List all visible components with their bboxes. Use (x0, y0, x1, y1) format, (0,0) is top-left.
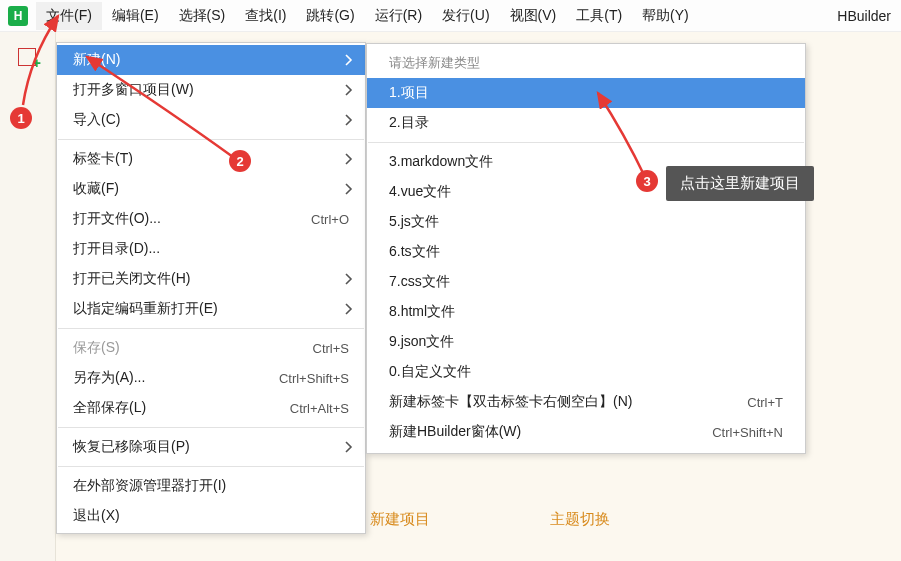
file-menu-item[interactable]: 在外部资源管理器打开(I) (57, 471, 365, 501)
menu-separator (368, 142, 804, 143)
menu-帮助[interactable]: 帮助(Y) (632, 2, 699, 30)
welcome-links: 新建项目 主题切换 (370, 510, 610, 529)
welcome-link-theme[interactable]: 主题切换 (550, 510, 610, 529)
menu-工具[interactable]: 工具(T) (566, 2, 632, 30)
menu-item-label: 5.js文件 (389, 213, 439, 231)
new-submenu-item[interactable]: 7.css文件 (367, 267, 805, 297)
menu-item-label: 新建标签卡【双击标签卡右侧空白】(N) (389, 393, 632, 411)
new-submenu-item[interactable]: 9.json文件 (367, 327, 805, 357)
app-logo-icon: H (8, 6, 28, 26)
menu-shortcut: Ctrl+O (311, 212, 349, 227)
menu-item-label: 恢复已移除项目(P) (73, 438, 349, 456)
menu-item-label: 全部保存(L) (73, 399, 270, 417)
chevron-right-icon (345, 303, 353, 315)
menu-跳转[interactable]: 跳转(G) (296, 2, 364, 30)
menu-编辑[interactable]: 编辑(E) (102, 2, 169, 30)
file-menu-item[interactable]: 标签卡(T) (57, 144, 365, 174)
menu-item-label: 2.目录 (389, 114, 429, 132)
menu-item-label: 7.css文件 (389, 273, 450, 291)
menu-shortcut: Ctrl+Shift+S (279, 371, 349, 386)
menu-item-label: 打开多窗口项目(W) (73, 81, 349, 99)
step-badge-3: 3 (636, 170, 658, 192)
menu-item-label: 8.html文件 (389, 303, 455, 321)
new-submenu-item[interactable]: 2.目录 (367, 108, 805, 138)
menu-item-label: 3.markdown文件 (389, 153, 493, 171)
menu-shortcut: Ctrl+Shift+N (712, 425, 783, 440)
annotation-tooltip: 点击这里新建项目 (666, 166, 814, 201)
menu-item-label: 6.ts文件 (389, 243, 440, 261)
menu-shortcut: Ctrl+S (313, 341, 349, 356)
brand-label: HBuilder (831, 8, 897, 24)
menu-item-label: 导入(C) (73, 111, 349, 129)
new-submenu-item[interactable]: 6.ts文件 (367, 237, 805, 267)
menu-item-label: 退出(X) (73, 507, 349, 525)
file-menu-item[interactable]: 全部保存(L)Ctrl+Alt+S (57, 393, 365, 423)
file-menu-dropdown: 新建(N)打开多窗口项目(W)导入(C)标签卡(T)收藏(F)打开文件(O)..… (56, 42, 366, 534)
file-menu-item[interactable]: 导入(C) (57, 105, 365, 135)
new-submenu-item[interactable]: 0.自定义文件 (367, 357, 805, 387)
new-file-icon[interactable] (18, 48, 36, 66)
menu-查找[interactable]: 查找(I) (235, 2, 296, 30)
menu-选择[interactable]: 选择(S) (169, 2, 236, 30)
submenu-header: 请选择新建类型 (367, 46, 805, 78)
file-menu-item[interactable]: 新建(N) (57, 45, 365, 75)
file-menu-item[interactable]: 打开多窗口项目(W) (57, 75, 365, 105)
step-badge-1: 1 (10, 107, 32, 129)
chevron-right-icon (345, 441, 353, 453)
file-menu-item: 保存(S)Ctrl+S (57, 333, 365, 363)
menu-shortcut: Ctrl+T (747, 395, 783, 410)
menu-separator (58, 328, 364, 329)
menu-发行[interactable]: 发行(U) (432, 2, 499, 30)
menu-item-label: 收藏(F) (73, 180, 349, 198)
menu-item-label: 标签卡(T) (73, 150, 349, 168)
file-menu-item[interactable]: 恢复已移除项目(P) (57, 432, 365, 462)
chevron-right-icon (345, 183, 353, 195)
menu-shortcut: Ctrl+Alt+S (290, 401, 349, 416)
menu-item-label: 打开已关闭文件(H) (73, 270, 349, 288)
menu-item-label: 9.json文件 (389, 333, 454, 351)
menu-item-label: 另存为(A)... (73, 369, 259, 387)
chevron-right-icon (345, 153, 353, 165)
menu-item-label: 打开目录(D)... (73, 240, 349, 258)
menu-item-label: 1.项目 (389, 84, 429, 102)
chevron-right-icon (345, 114, 353, 126)
menu-item-label: 新建(N) (73, 51, 349, 69)
new-submenu-item[interactable]: 1.项目 (367, 78, 805, 108)
menu-视图[interactable]: 视图(V) (500, 2, 567, 30)
chevron-right-icon (345, 54, 353, 66)
new-submenu-item[interactable]: 新建HBuilder窗体(W)Ctrl+Shift+N (367, 417, 805, 447)
file-menu-item[interactable]: 打开目录(D)... (57, 234, 365, 264)
menu-item-label: 0.自定义文件 (389, 363, 471, 381)
step-badge-2: 2 (229, 150, 251, 172)
new-submenu: 请选择新建类型1.项目2.目录3.markdown文件4.vue文件5.js文件… (366, 43, 806, 454)
new-submenu-item[interactable]: 5.js文件 (367, 207, 805, 237)
menu-separator (58, 466, 364, 467)
chevron-right-icon (345, 273, 353, 285)
menu-separator (58, 139, 364, 140)
menu-item-label: 4.vue文件 (389, 183, 451, 201)
file-menu-item[interactable]: 以指定编码重新打开(E) (57, 294, 365, 324)
menu-item-label: 以指定编码重新打开(E) (73, 300, 349, 318)
menu-separator (58, 427, 364, 428)
menu-运行[interactable]: 运行(R) (365, 2, 432, 30)
file-menu-item[interactable]: 退出(X) (57, 501, 365, 531)
file-menu-item[interactable]: 收藏(F) (57, 174, 365, 204)
menu-item-label: 在外部资源管理器打开(I) (73, 477, 349, 495)
menu-文件[interactable]: 文件(F) (36, 2, 102, 30)
file-menu-item[interactable]: 打开已关闭文件(H) (57, 264, 365, 294)
file-menu-item[interactable]: 另存为(A)...Ctrl+Shift+S (57, 363, 365, 393)
new-submenu-item[interactable]: 新建标签卡【双击标签卡右侧空白】(N)Ctrl+T (367, 387, 805, 417)
welcome-link-new-project[interactable]: 新建项目 (370, 510, 430, 529)
menu-item-label: 保存(S) (73, 339, 293, 357)
menu-item-label: 打开文件(O)... (73, 210, 291, 228)
menu-item-label: 新建HBuilder窗体(W) (389, 423, 521, 441)
file-menu-item[interactable]: 打开文件(O)...Ctrl+O (57, 204, 365, 234)
chevron-right-icon (345, 84, 353, 96)
new-submenu-item[interactable]: 8.html文件 (367, 297, 805, 327)
menubar: H 文件(F)编辑(E)选择(S)查找(I)跳转(G)运行(R)发行(U)视图(… (0, 0, 901, 32)
